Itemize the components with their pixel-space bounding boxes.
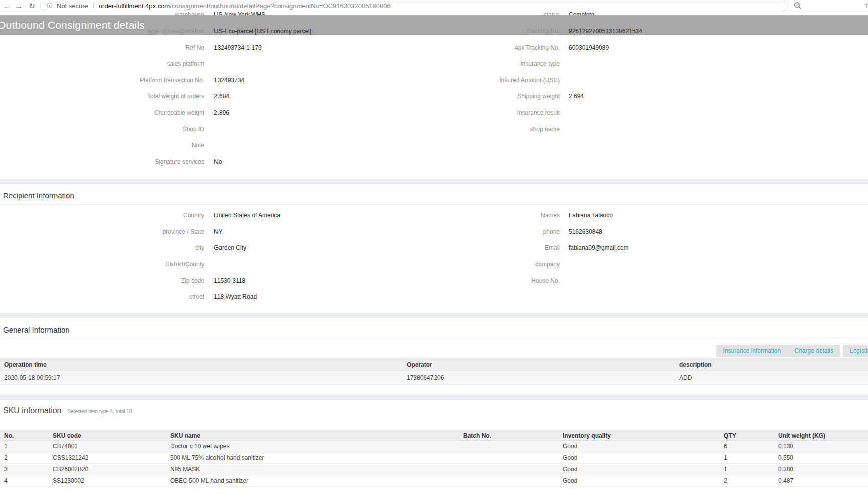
field-row: Emailfabiana09@gmail.com [0, 240, 868, 255]
back-button[interactable]: ← [3, 1, 11, 11]
field-label: province / State [0, 224, 204, 239]
info-icon[interactable]: ⓘ [47, 2, 53, 10]
no-cell: 3 [4, 464, 8, 475]
recipient-section-title: Recipient Information [0, 187, 868, 205]
field-value: No [214, 154, 222, 170]
field-label: Country [0, 208, 204, 223]
quality-cell: Good [563, 475, 577, 487]
field-row: House No. [0, 273, 868, 288]
qty-cell: 1 [724, 464, 727, 475]
field-label: Zip code [0, 273, 204, 288]
field-row: Insurance type [0, 56, 868, 71]
field-label: Shop ID [0, 122, 204, 137]
column-header: SKU name [170, 430, 200, 441]
sku-table-row: 4 SS1230002 OBEC 500 ML hand sanitizer G… [0, 475, 868, 487]
sku-name-cell: Doctor c 10 wet wipes [170, 441, 229, 452]
column-header: Batch No. [463, 430, 491, 441]
qty-cell: 1 [724, 452, 727, 464]
field-row: sales platform [0, 56, 868, 71]
page-title: Outbound Consignment details [0, 15, 145, 35]
not-secure-label: Not secure [57, 2, 88, 10]
operator-cell: 17380647206 [407, 371, 444, 385]
field-row: Insurance result [0, 105, 868, 120]
tab-charge-details[interactable]: Charge details [788, 345, 840, 357]
tab-logistics-track[interactable]: Logistics t [843, 345, 868, 357]
field-value: fabiana09@gmail.com [569, 240, 629, 255]
outbound-consignment-page: warehouse US New York WHS status Complet… [0, 0, 868, 493]
weight-cell: 0.130 [778, 441, 793, 452]
field-label: Chargeable weight [0, 105, 204, 120]
column-header: Operation time [4, 358, 47, 371]
description-cell: ADD [679, 371, 692, 385]
field-label: city [0, 240, 204, 255]
field-value: 5162630848 [569, 224, 602, 239]
qty-cell: 6 [724, 441, 727, 452]
field-row: street118 Wyatt Road [0, 289, 868, 304]
field-row: Platform transaction No.132493734 [0, 73, 868, 88]
field-row: District/County [0, 257, 868, 272]
field-row: province / StateNY [0, 224, 868, 239]
url-domain: order-fulfillment.4px.com [99, 2, 170, 10]
sku-selected-summary: Selected item type 4, total 10 [68, 409, 132, 414]
field-row: Ref No132493734-1-179 [0, 40, 868, 55]
general-table-row: 2020-05-18 00:59:17 17380647206 ADD [0, 371, 868, 385]
forward-button[interactable]: → [15, 1, 23, 11]
field-row: Total weight of orders2.684 [0, 89, 868, 104]
column-header: Operator [407, 358, 432, 371]
field-label: Note [0, 138, 204, 153]
sku-title-text: SKU information [3, 406, 62, 415]
zoom-icon[interactable] [794, 2, 802, 12]
column-header: No. [4, 430, 14, 441]
weight-cell: 0.380 [778, 464, 793, 475]
sku-code-cell: CB26002B20 [53, 464, 88, 475]
column-header: QTY [724, 430, 736, 441]
weight-cell: 0.487 [778, 475, 793, 487]
field-label: House No. [0, 273, 560, 288]
field-value: 11530-3118 [214, 273, 245, 288]
sku-code-cell: CSS1321242 [53, 452, 88, 464]
field-row: Shop ID [0, 122, 868, 137]
field-value: 2.694 [569, 89, 584, 104]
field-row: company [0, 257, 868, 272]
field-row: Shipping weight2.694 [0, 89, 868, 104]
address-bar[interactable]: ⓘ Not secure order-fulfillment.4px.com /… [40, 1, 788, 11]
field-value: 132493734 [214, 73, 244, 88]
field-row: Chargeable weight2.896 [0, 105, 868, 120]
field-value: NY [214, 224, 223, 239]
field-label: Total weight of orders [0, 89, 204, 104]
field-label: Insurance type [0, 56, 560, 71]
field-value: Garden City [214, 240, 246, 255]
sku-code-cell: SS1230002 [53, 475, 84, 487]
field-label: Shipping weight [0, 89, 560, 104]
field-row: phone5162630848 [0, 224, 868, 239]
sku-table-row: 2 CSS1321242 500 ML 75% alcohol hand san… [0, 452, 868, 464]
field-row: Insured Amount (USD) [0, 73, 868, 88]
field-row: Zip code11530-3118 [0, 273, 868, 288]
field-row: NamesFabiana Talarico [0, 208, 868, 223]
quality-cell: Good [563, 464, 577, 475]
column-header: Inventory quality [563, 430, 611, 441]
column-header: Unit weight (KG) [778, 430, 825, 441]
field-label: shop name [0, 122, 560, 137]
refresh-button[interactable]: ↻ [29, 1, 35, 11]
field-value: United States of America [214, 208, 280, 223]
sku-name-cell: N95 MASK [170, 464, 200, 475]
bookmark-star-icon[interactable]: ☆ [864, 0, 868, 10]
section-divider [0, 395, 868, 400]
column-header: SKU code [53, 430, 81, 441]
field-label: Names [0, 208, 560, 223]
field-row: 4px Tracking No.600301949089 [0, 40, 868, 55]
tab-insurance-information[interactable]: Insurance information [716, 345, 788, 357]
url-path: /consignment/outbound/detailPage?consign… [170, 2, 391, 10]
no-cell: 1 [4, 441, 8, 452]
quality-cell: Good [563, 441, 577, 452]
sku-code-cell: CB74001 [53, 441, 78, 452]
field-label: sales platform [0, 56, 204, 71]
field-value: 2.896 [214, 105, 229, 120]
field-label: 4px Tracking No. [0, 40, 560, 55]
url-separator [93, 3, 94, 9]
sku-table-row: 1 CB74001 Doctor c 10 wet wipes Good 6 0… [0, 441, 868, 452]
field-value: 118 Wyatt Road [214, 289, 257, 304]
general-table-header: Operation time Operator description [0, 358, 868, 371]
field-label: Ref No [0, 40, 204, 55]
